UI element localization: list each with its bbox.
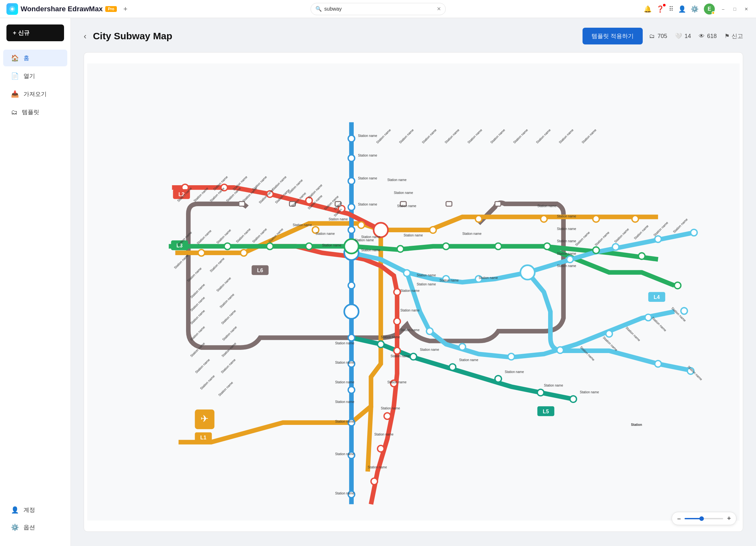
- svg-point-60: [426, 328, 433, 334]
- svg-point-62: [508, 353, 514, 360]
- sidebar-item-templates[interactable]: 🗂 템플릿: [3, 104, 67, 120]
- like-count: 14: [685, 33, 691, 40]
- avatar[interactable]: E: [704, 4, 715, 14]
- profile-icon[interactable]: 👤: [678, 5, 686, 13]
- svg-point-5: [348, 204, 355, 210]
- svg-point-51: [674, 282, 681, 289]
- svg-text:Station name: Station name: [397, 204, 416, 208]
- svg-point-6: [348, 227, 355, 233]
- svg-point-4: [348, 178, 355, 184]
- minimize-button[interactable]: –: [720, 6, 726, 12]
- close-button[interactable]: ✕: [743, 6, 750, 12]
- svg-point-3: [348, 155, 355, 161]
- sidebar-label-options: 옵션: [23, 523, 35, 531]
- eye-icon: 👁: [699, 33, 705, 40]
- sidebar-label-home: 홈: [23, 54, 29, 62]
- zoom-slider[interactable]: [685, 518, 723, 519]
- search-input[interactable]: [324, 6, 434, 12]
- app-logo-icon: [6, 3, 18, 15]
- search-icon: 🔍: [315, 6, 322, 12]
- new-tab-button[interactable]: +: [123, 5, 127, 13]
- apply-template-button[interactable]: 템플릿 적용하기: [583, 28, 643, 44]
- svg-point-72: [495, 376, 501, 382]
- svg-text:Station name: Station name: [374, 433, 394, 436]
- svg-text:Station name: Station name: [459, 358, 478, 362]
- svg-text:Station name: Station name: [335, 492, 354, 495]
- notification-icon[interactable]: 🔔: [644, 5, 652, 13]
- pro-badge: Pro: [105, 6, 117, 12]
- svg-point-46: [443, 243, 449, 249]
- svg-text:Station name: Station name: [335, 452, 354, 456]
- svg-point-23: [593, 215, 599, 222]
- svg-text:Station name: Station name: [557, 227, 576, 230]
- titlebar-right: 🔔 ❓ ⠿ 👤 ⚙️ E – □ ✕: [644, 4, 750, 14]
- report-button[interactable]: ⚑ 신고: [724, 32, 743, 40]
- zoom-in-button[interactable]: +: [727, 515, 731, 522]
- svg-text:Station name: Station name: [329, 217, 348, 221]
- svg-point-66: [681, 308, 687, 314]
- zoom-out-button[interactable]: –: [677, 515, 681, 522]
- sidebar-item-options[interactable]: ⚙️ 옵션: [3, 519, 67, 536]
- help-icon[interactable]: ❓: [656, 5, 664, 13]
- svg-text:Station name: Station name: [358, 134, 377, 137]
- svg-text:Station: Station: [631, 423, 642, 427]
- svg-text:Station name: Station name: [462, 232, 482, 235]
- page-title: City Subway Map: [93, 31, 173, 42]
- maximize-button[interactable]: □: [732, 6, 738, 12]
- copy-icon: 🗂: [649, 33, 655, 40]
- svg-point-58: [655, 236, 661, 242]
- view-stat: 👁 618: [699, 33, 717, 40]
- svg-text:L6: L6: [257, 267, 263, 273]
- account-icon: 👤: [11, 506, 19, 514]
- view-count: 618: [707, 33, 717, 40]
- svg-point-21: [475, 215, 482, 222]
- svg-point-64: [606, 331, 612, 337]
- svg-text:Station name: Station name: [355, 238, 374, 242]
- sidebar-item-home[interactable]: 🏠 홈: [3, 50, 67, 66]
- new-button[interactable]: + 신규: [6, 24, 64, 41]
- open-icon: 📄: [11, 72, 19, 80]
- svg-point-49: [593, 247, 599, 253]
- svg-point-74: [570, 396, 576, 402]
- svg-text:Station name: Station name: [479, 276, 498, 280]
- sidebar-item-import[interactable]: 📥 가져오기: [3, 86, 67, 102]
- svg-point-67: [655, 361, 661, 367]
- svg-text:Station name: Station name: [580, 391, 599, 394]
- svg-text:Station name: Station name: [335, 381, 354, 384]
- searchbar-container: 🔍 ✕: [311, 3, 446, 15]
- svg-text:Station name: Station name: [417, 283, 436, 286]
- home-icon: 🏠: [11, 54, 19, 62]
- svg-text:Station name: Station name: [387, 178, 406, 182]
- map-container: ✈: [84, 52, 743, 532]
- svg-point-34: [394, 318, 400, 325]
- settings-icon[interactable]: ⚙️: [691, 5, 699, 13]
- heart-icon: 🤍: [675, 33, 682, 40]
- svg-rect-79: [446, 202, 452, 206]
- titlebar-actions: 🔔 ❓ ⠿ 👤 ⚙️: [644, 5, 699, 13]
- zoom-slider-fill: [685, 518, 700, 519]
- sidebar-label-templates: 템플릿: [22, 108, 39, 116]
- zoom-slider-thumb: [699, 516, 704, 521]
- svg-text:L4: L4: [654, 294, 660, 300]
- import-icon: 📥: [11, 90, 19, 98]
- svg-text:✈: ✈: [201, 413, 209, 424]
- copy-stat: 🗂 705: [649, 33, 667, 40]
- svg-text:Station name: Station name: [361, 235, 380, 239]
- svg-point-8: [348, 282, 355, 289]
- apps-icon[interactable]: ⠿: [669, 5, 674, 13]
- sidebar: + 신규 🏠 홈 📄 열기 📥 가져오기 🗂 템플릿 👤 계정 ⚙️ 옵션: [0, 18, 71, 546]
- svg-text:Station name: Station name: [400, 328, 420, 332]
- back-button[interactable]: ‹: [84, 31, 87, 41]
- report-label: 신고: [732, 32, 743, 40]
- clear-search-icon[interactable]: ✕: [437, 6, 441, 12]
- sidebar-item-open[interactable]: 📄 열기: [3, 68, 67, 84]
- sidebar-item-account[interactable]: 👤 계정: [3, 502, 67, 518]
- help-badge: [663, 4, 666, 6]
- svg-point-41: [224, 243, 231, 249]
- zoom-controls: – +: [672, 512, 736, 525]
- svg-point-22: [541, 215, 547, 222]
- like-stat[interactable]: 🤍 14: [675, 33, 691, 40]
- svg-text:Station name: Station name: [293, 223, 312, 227]
- titlebar: Wondershare EdrawMax Pro + 🔍 ✕ 🔔 ❓ ⠿ 👤 ⚙…: [0, 0, 756, 18]
- svg-text:Station name: Station name: [557, 214, 576, 218]
